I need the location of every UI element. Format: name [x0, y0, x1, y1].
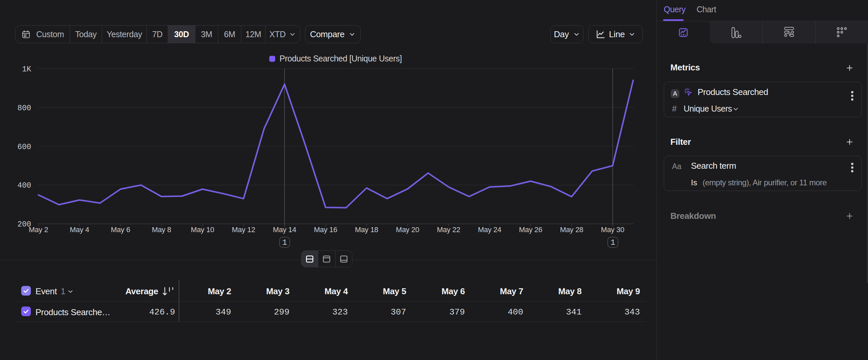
svg-text:600: 600 [18, 143, 31, 151]
svg-text:May 14: May 14 [273, 225, 296, 234]
svg-text:May 4: May 4 [70, 225, 89, 234]
svg-text:May 16: May 16 [314, 225, 337, 234]
svg-text:May 22: May 22 [437, 225, 460, 234]
svg-text:May 28: May 28 [560, 225, 583, 234]
svg-text:May 30: May 30 [601, 225, 624, 234]
svg-text:May 18: May 18 [355, 225, 378, 234]
svg-text:May 20: May 20 [396, 225, 419, 234]
svg-text:1: 1 [610, 238, 615, 247]
svg-text:1K: 1K [22, 65, 31, 74]
svg-text:May 2: May 2 [29, 225, 48, 234]
svg-text:May 12: May 12 [232, 225, 255, 234]
svg-text:800: 800 [18, 104, 31, 113]
svg-text:400: 400 [18, 181, 31, 190]
svg-text:May 10: May 10 [191, 225, 214, 234]
svg-text:May 6: May 6 [111, 225, 130, 234]
svg-text:May 24: May 24 [478, 225, 501, 234]
svg-text:May 26: May 26 [519, 225, 542, 234]
svg-text:May 8: May 8 [152, 225, 171, 234]
svg-text:1: 1 [282, 238, 287, 247]
